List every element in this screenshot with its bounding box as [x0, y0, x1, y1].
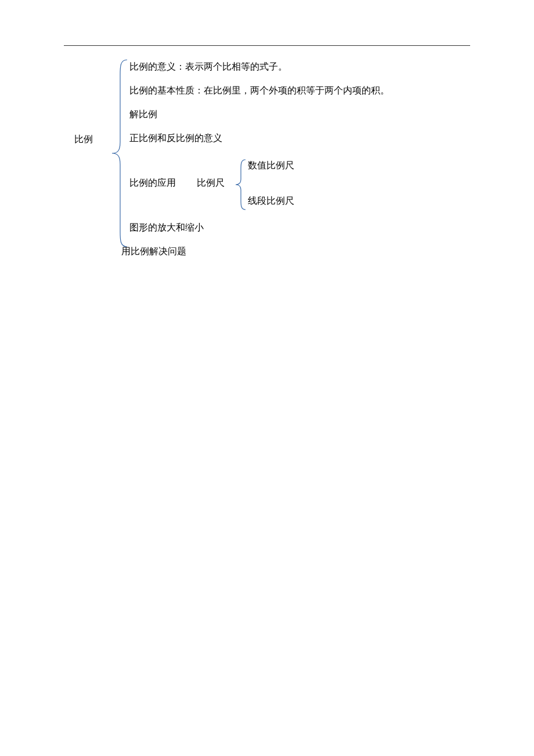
item-solve-problems: 用比例解决问题	[121, 246, 389, 258]
item-scale-segment: 线段比例尺	[248, 195, 294, 207]
application-block: 比例的应用 比例尺 数值比例尺 线段比例尺	[129, 156, 389, 210]
item-property: 比例的基本性质：在比例里，两个外项的积等于两个内项的积。	[129, 85, 389, 97]
scale-sub-items: 数值比例尺 线段比例尺	[248, 160, 294, 207]
item-enlarge-shrink: 图形的放大和缩小	[129, 222, 389, 234]
item-direct-inverse: 正比例和反比例的意义	[129, 132, 389, 145]
main-bracket-icon	[106, 59, 129, 248]
root-label: 比例	[74, 134, 93, 146]
item-application: 比例的应用	[129, 178, 176, 188]
horizontal-rule	[64, 45, 470, 46]
level1-items: 比例的意义：表示两个比相等的式子。 比例的基本性质：在比例里，两个外项的积等于两…	[129, 55, 389, 258]
item-solve: 解比例	[129, 109, 389, 121]
item-scale-numeric: 数值比例尺	[248, 160, 294, 172]
item-scale: 比例尺	[197, 178, 225, 188]
item-meaning: 比例的意义：表示两个比相等的式子。	[129, 61, 389, 73]
sub-bracket-icon	[232, 159, 249, 211]
